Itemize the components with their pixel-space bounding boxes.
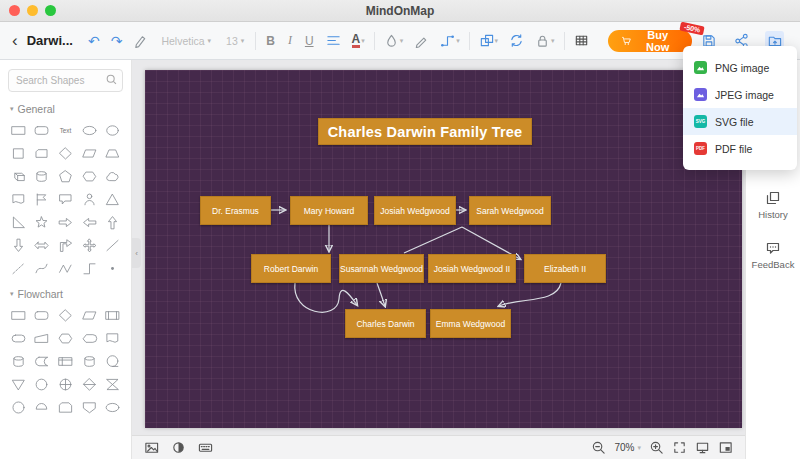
font-family-select[interactable]: Helvetica▾ xyxy=(157,33,215,49)
theme-toggle-button[interactable] xyxy=(171,440,186,455)
align-button[interactable] xyxy=(324,31,343,50)
shape-internal-storage-icon[interactable] xyxy=(54,350,77,372)
shape-data-icon[interactable] xyxy=(78,304,101,326)
shape-circle-icon[interactable] xyxy=(7,396,30,418)
section-header-general[interactable]: ▾ General xyxy=(0,98,131,118)
shape-display-icon[interactable] xyxy=(78,327,101,349)
shape-square-icon[interactable] xyxy=(7,142,30,164)
shape-arrow-left-icon[interactable] xyxy=(78,211,101,233)
insert-table-button[interactable] xyxy=(572,31,591,50)
undo-button[interactable]: ↶ xyxy=(86,32,102,50)
shape-document-icon[interactable] xyxy=(7,188,30,210)
shape-line-icon[interactable] xyxy=(101,234,124,256)
shape-document-icon[interactable] xyxy=(101,327,124,349)
shape-parallelogram-icon[interactable] xyxy=(78,142,101,164)
connector-line[interactable] xyxy=(404,227,462,253)
italic-button[interactable]: I xyxy=(285,32,295,49)
shape-cube-icon[interactable] xyxy=(7,165,30,187)
shape-card-icon[interactable] xyxy=(31,142,54,164)
lock-button[interactable]: ▾ xyxy=(533,31,557,50)
connector-line[interactable] xyxy=(499,283,561,306)
shape-curve-icon[interactable] xyxy=(31,257,54,279)
shape-diamond-icon[interactable] xyxy=(54,142,77,164)
bold-button[interactable]: B xyxy=(263,33,278,49)
shape-quad-arrow-icon[interactable] xyxy=(78,234,101,256)
connector-style-button[interactable]: ▾ xyxy=(438,31,462,50)
font-size-select[interactable]: 13▾ xyxy=(222,33,248,49)
shape-sort-icon[interactable] xyxy=(78,373,101,395)
shape-flag-icon[interactable] xyxy=(31,188,54,210)
shape-dashed-line-icon[interactable] xyxy=(7,257,30,279)
shape-queue-icon[interactable] xyxy=(101,350,124,372)
shape-terminator-icon[interactable] xyxy=(7,327,30,349)
shape-decision-icon[interactable] xyxy=(54,304,77,326)
shape-dot-icon[interactable] xyxy=(101,257,124,279)
diagram-canvas[interactable]: Charles Darwin Family Tree Dr. Erasmus M… xyxy=(145,70,742,428)
shape-or-icon[interactable] xyxy=(54,373,77,395)
slideshow-button[interactable] xyxy=(144,440,159,455)
diagram-node[interactable]: Elizabeth II xyxy=(524,254,606,283)
shape-process-icon[interactable] xyxy=(7,304,30,326)
section-header-flowchart[interactable]: ▾ Flowchart xyxy=(0,283,131,303)
shape-right-triangle-icon[interactable] xyxy=(7,211,30,233)
shape-database-icon[interactable] xyxy=(7,350,30,372)
shape-preparation-icon[interactable] xyxy=(54,327,77,349)
shape-arrow-down-icon[interactable] xyxy=(7,234,30,256)
diagram-node[interactable]: Susannah Wedgwood xyxy=(339,254,424,283)
pen-style-button[interactable] xyxy=(412,31,431,50)
shape-corner-arrow-icon[interactable] xyxy=(54,234,77,256)
shape-stored-data-icon[interactable] xyxy=(31,350,54,372)
shape-hexagon-icon[interactable] xyxy=(78,165,101,187)
presentation-button[interactable] xyxy=(695,440,710,455)
format-painter-button[interactable] xyxy=(131,31,150,50)
arrange-button[interactable] xyxy=(507,31,526,50)
insert-shape-button[interactable]: ▾ xyxy=(477,31,501,50)
shape-off-page-icon[interactable] xyxy=(78,396,101,418)
zoom-out-button[interactable] xyxy=(591,440,606,455)
minimap-button[interactable] xyxy=(718,440,733,455)
diagram-node[interactable]: Dr. Erasmus xyxy=(200,196,271,225)
diagram-node[interactable]: Charles Darwin xyxy=(345,309,426,338)
shape-connector-icon[interactable] xyxy=(31,373,54,395)
shape-oval-icon[interactable] xyxy=(78,119,101,141)
shape-rectangle-icon[interactable] xyxy=(7,119,30,141)
zoom-in-button[interactable] xyxy=(649,440,664,455)
menu-item-png[interactable]: PNG image xyxy=(683,54,797,81)
sidebar-collapse-handle[interactable]: ‹ xyxy=(132,238,141,268)
shape-cloud-icon[interactable] xyxy=(101,165,124,187)
shape-collate-icon[interactable] xyxy=(101,373,124,395)
shape-cylinder-icon[interactable] xyxy=(78,350,101,372)
shape-half-circle-icon[interactable] xyxy=(31,396,54,418)
buy-now-button[interactable]: Buy Now -50% xyxy=(608,30,692,52)
diagram-node[interactable]: Sarah Wedgwood xyxy=(469,196,551,225)
shape-rounded-rectangle-icon[interactable] xyxy=(31,119,54,141)
menu-item-pdf[interactable]: PDF PDF file xyxy=(683,135,797,162)
shape-pentagon-icon[interactable] xyxy=(54,165,77,187)
fill-color-button[interactable]: ▾ xyxy=(382,31,406,50)
diagram-node[interactable]: Josiah Wedgwood xyxy=(374,196,456,225)
history-button[interactable]: History xyxy=(758,190,788,220)
shape-alternate-process-icon[interactable] xyxy=(31,304,54,326)
shape-manual-input-icon[interactable] xyxy=(31,327,54,349)
text-color-button[interactable]: A▾ xyxy=(350,31,367,51)
document-title[interactable]: Darwi... xyxy=(27,33,73,48)
connector-line[interactable] xyxy=(377,283,385,306)
shape-predefined-process-icon[interactable] xyxy=(101,304,124,326)
connector-line[interactable] xyxy=(295,283,357,312)
shape-merge-icon[interactable] xyxy=(7,373,30,395)
shape-person-icon[interactable] xyxy=(78,188,101,210)
redo-button[interactable]: ↷ xyxy=(109,32,125,50)
shape-star-icon[interactable] xyxy=(31,211,54,233)
diagram-node[interactable]: Robert Darwin xyxy=(251,254,331,283)
shortcut-keys-button[interactable] xyxy=(198,440,213,455)
shape-triangle-icon[interactable] xyxy=(101,188,124,210)
underline-button[interactable]: U xyxy=(302,33,317,49)
shape-cylinder-icon[interactable] xyxy=(31,165,54,187)
shape-text-icon[interactable]: Text xyxy=(54,119,77,141)
shape-ellipse-icon[interactable] xyxy=(101,119,124,141)
shape-loop-limit-icon[interactable] xyxy=(54,396,77,418)
shape-zigzag-icon[interactable] xyxy=(54,257,77,279)
menu-item-svg[interactable]: SVG SVG file xyxy=(683,108,797,135)
shape-trapezoid-icon[interactable] xyxy=(101,142,124,164)
diagram-title-node[interactable]: Charles Darwin Family Tree xyxy=(318,118,532,145)
